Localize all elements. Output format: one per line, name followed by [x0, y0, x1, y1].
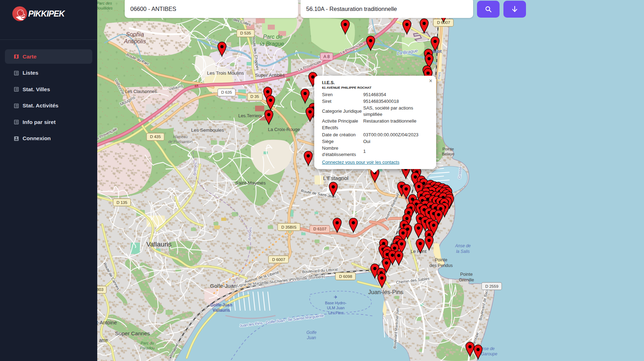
svg-text:t-Antoine: t-Antoine — [97, 320, 117, 325]
svg-text:Pointe: Pointe — [442, 147, 454, 151]
svg-text:Super Antibes: Super Antibes — [255, 73, 285, 78]
svg-text:Base Hydro-: Base Hydro- — [325, 301, 346, 305]
svg-text:D 6107: D 6107 — [313, 227, 326, 231]
svg-text:Parc des: Parc des — [97, 1, 112, 5]
svg-text:D 6007: D 6007 — [272, 257, 285, 262]
svg-text:Les Terriers: Les Terriers — [238, 113, 262, 118]
svg-text:Les Clausonnes: Les Clausonnes — [125, 89, 157, 94]
svg-text:ULM Juan: ULM Juan — [327, 306, 345, 310]
svg-text:La Croix-Rouge: La Croix-Rouge — [268, 127, 300, 132]
svg-text:Vallauris: Vallauris — [212, 308, 230, 313]
svg-text:Golfe: Golfe — [306, 330, 317, 335]
svg-text:Golfe-Juan: Golfe-Juan — [210, 303, 233, 307]
svg-text:la Salis: la Salis — [456, 249, 470, 254]
svg-text:D 135: D 135 — [117, 200, 128, 205]
svg-text:mes: mes — [436, 71, 441, 79]
svg-text:D 435: D 435 — [150, 135, 161, 139]
svg-text:Les Semboules: Les Semboules — [191, 127, 224, 133]
svg-text:D 535: D 535 — [240, 31, 251, 35]
svg-text:arre: arre — [99, 337, 108, 343]
svg-text:Juan: Juan — [306, 335, 316, 340]
svg-text:Antipolis: Antipolis — [124, 38, 146, 44]
svg-text:Parc du: Parc du — [141, 341, 154, 345]
svg-text:Les Trois Moulins: Les Trois Moulins — [207, 70, 244, 76]
svg-text:Golfe-Juan: Golfe-Juan — [210, 283, 237, 289]
svg-text:D 35: D 35 — [250, 94, 259, 99]
svg-text:Pointe: Pointe — [435, 257, 447, 262]
svg-text:Les Pins: Les Pins — [328, 311, 343, 315]
svg-text:Belaye: Belaye — [442, 152, 454, 156]
svg-text:Super Cannes: Super Cannes — [115, 330, 150, 336]
svg-text:Sophia: Sophia — [126, 31, 144, 37]
svg-text:L'Estagnol: L'Estagnol — [323, 175, 348, 181]
svg-text:Anse de: Anse de — [455, 243, 471, 248]
svg-text:Grenille: Grenille — [459, 278, 474, 282]
svg-text:la Brague: la Brague — [260, 41, 284, 47]
svg-text:A 8: A 8 — [323, 54, 330, 59]
svg-text:D 635: D 635 — [221, 90, 232, 94]
svg-text:803: 803 — [97, 287, 104, 292]
svg-text:Bouillides: Bouillides — [97, 6, 113, 10]
svg-text:Parc de: Parc de — [263, 34, 282, 40]
svg-text:Hameau: Hameau — [173, 135, 188, 139]
svg-text:✈: ✈ — [334, 294, 338, 300]
svg-text:Pointe: Pointe — [460, 272, 472, 277]
svg-text:Vallauris: Vallauris — [146, 241, 171, 248]
svg-text:Paradou: Paradou — [140, 346, 155, 350]
svg-text:D 2559: D 2559 — [485, 284, 498, 288]
svg-text:de Puissanton: de Puissanton — [168, 139, 193, 144]
svg-text:Juan-les-Pins: Juan-les-Pins — [368, 289, 403, 295]
svg-text:des Pendus: des Pendus — [429, 263, 453, 268]
svg-text:Saint-Maymes: Saint-Maymes — [235, 180, 266, 186]
svg-text:D 6098: D 6098 — [339, 274, 352, 279]
svg-text:D 35BIS: D 35BIS — [281, 225, 297, 229]
